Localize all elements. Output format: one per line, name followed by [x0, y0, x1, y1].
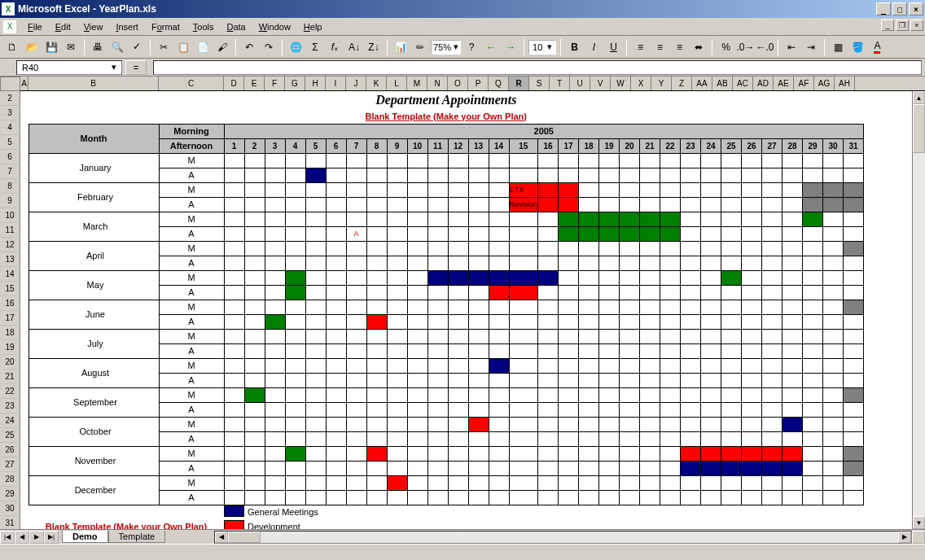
cell-may_m-22[interactable] — [660, 270, 681, 285]
cell-oct_a-4[interactable] — [285, 431, 305, 446]
cell-apr_m-22[interactable] — [660, 241, 681, 256]
cell-jan_m-23[interactable] — [681, 153, 701, 168]
cell-jan_m-2[interactable] — [244, 153, 265, 168]
cell-oct_m-8[interactable] — [366, 417, 387, 431]
cell-may_a-10[interactable] — [407, 285, 427, 300]
cell-aug_m-14[interactable] — [489, 358, 509, 373]
cell-jun_m-20[interactable] — [620, 300, 640, 314]
cell-jul_a-8[interactable] — [366, 343, 387, 358]
cell-feb_a-17[interactable] — [559, 197, 579, 212]
cell-sep_a-24[interactable] — [701, 402, 721, 417]
cell-jan_m-28[interactable] — [783, 153, 803, 168]
cell-aug_m-2[interactable] — [244, 358, 265, 373]
cell-mar_m-11[interactable] — [427, 212, 448, 226]
format-painter-icon[interactable]: 🖌 — [213, 38, 231, 56]
row-header-4[interactable]: 4 — [0, 120, 20, 135]
cell-nov_m-20[interactable] — [620, 446, 640, 461]
row-header-8[interactable]: 8 — [0, 179, 20, 194]
cell-apr_m-7[interactable] — [346, 241, 366, 256]
cell-dec_a-31[interactable] — [844, 490, 864, 505]
cell-jul_a-2[interactable] — [244, 343, 265, 358]
cell-nov_m-5[interactable] — [305, 446, 326, 461]
cell-feb_a-23[interactable] — [681, 197, 701, 212]
cell-may_m-8[interactable] — [366, 270, 387, 285]
cell-oct_m-2[interactable] — [244, 417, 265, 431]
cell-apr_m-28[interactable] — [783, 241, 803, 256]
cell-may_m-10[interactable] — [407, 270, 427, 285]
cell-jan_a-29[interactable] — [803, 168, 823, 182]
cell-jun_a-28[interactable] — [783, 314, 803, 329]
cell-jan_m-20[interactable] — [620, 153, 640, 168]
cell-dec_m-27[interactable] — [762, 475, 783, 490]
cell-jul_m-9[interactable] — [387, 329, 407, 343]
cell-dec_a-14[interactable] — [489, 490, 509, 505]
col-header-AD[interactable]: AD — [753, 77, 774, 90]
cell-may_a-5[interactable] — [305, 285, 326, 300]
cell-feb_m-16[interactable] — [538, 182, 559, 197]
blank-template-link[interactable]: Blank Template (Make your Own Plan) — [28, 109, 864, 124]
cell-aug_m-8[interactable] — [366, 358, 387, 373]
cell-may_a-11[interactable] — [427, 285, 448, 300]
cell-jun_a-24[interactable] — [701, 314, 721, 329]
cell-aug_m-22[interactable] — [660, 358, 681, 373]
cell-feb_m-20[interactable] — [620, 182, 640, 197]
cell-aug_a-27[interactable] — [762, 373, 783, 387]
cell-feb_a-28[interactable] — [783, 197, 803, 212]
cell-may_m-17[interactable] — [559, 270, 579, 285]
cell-jul_m-11[interactable] — [427, 329, 448, 343]
cell-nov_m-13[interactable] — [468, 446, 489, 461]
cell-sep_m-4[interactable] — [285, 387, 305, 402]
cell-jun_a-31[interactable] — [844, 314, 864, 329]
formula-bar[interactable] — [153, 60, 922, 75]
cell-apr_m-21[interactable] — [640, 241, 660, 256]
cell-oct_m-16[interactable] — [538, 417, 559, 431]
cell-aug_m-25[interactable] — [721, 358, 742, 373]
cell-may_m-12[interactable] — [448, 270, 468, 285]
cell-jun_a-14[interactable] — [489, 314, 509, 329]
cell-jan_a-28[interactable] — [783, 168, 803, 182]
menu-insert[interactable]: Insert — [109, 20, 145, 33]
cell-jul_a-16[interactable] — [538, 343, 559, 358]
autosum-icon[interactable]: Σ — [306, 38, 324, 56]
cell-jan_a-14[interactable] — [489, 168, 509, 182]
cell-apr_a-8[interactable] — [366, 256, 387, 270]
col-header-N[interactable]: N — [427, 77, 448, 90]
cell-mar_m-24[interactable] — [701, 212, 721, 226]
col-header-Y[interactable]: Y — [651, 77, 672, 90]
cell-sep_a-28[interactable] — [783, 402, 803, 417]
cell-sep_m-2[interactable] — [244, 387, 265, 402]
cell-jan_a-20[interactable] — [620, 168, 640, 182]
cell-jun_m-14[interactable] — [489, 300, 509, 314]
cell-apr_m-26[interactable] — [742, 241, 762, 256]
cell-may_m-15[interactable] — [509, 270, 538, 285]
cell-jan_m-26[interactable] — [742, 153, 762, 168]
row-header-30[interactable]: 30 — [0, 501, 20, 516]
cell-jan_m-22[interactable] — [660, 153, 681, 168]
cell-aug_m-17[interactable] — [559, 358, 579, 373]
cell-jul_m-29[interactable] — [803, 329, 823, 343]
cell-apr_a-18[interactable] — [579, 256, 599, 270]
cell-jul_a-12[interactable] — [448, 343, 468, 358]
cell-jul_a-31[interactable] — [844, 343, 864, 358]
cell-jun_a-9[interactable] — [387, 314, 407, 329]
cell-jul_m-18[interactable] — [579, 329, 599, 343]
cell-nov_m-10[interactable] — [407, 446, 427, 461]
cell-jun_a-15[interactable] — [509, 314, 538, 329]
cell-aug_m-24[interactable] — [701, 358, 721, 373]
cell-apr_m-23[interactable] — [681, 241, 701, 256]
cell-oct_a-16[interactable] — [538, 431, 559, 446]
cell-feb_m-29[interactable] — [803, 182, 823, 197]
cell-may_a-3[interactable] — [265, 285, 285, 300]
hscroll-right-button[interactable]: ▶ — [898, 532, 911, 543]
cell-sep_m-15[interactable] — [509, 387, 538, 402]
cell-jul_a-5[interactable] — [305, 343, 326, 358]
cell-oct_m-1[interactable] — [224, 417, 244, 431]
cell-jul_a-27[interactable] — [762, 343, 783, 358]
col-header-AE[interactable]: AE — [774, 77, 794, 90]
cell-dec_a-15[interactable] — [509, 490, 538, 505]
cell-jun_a-11[interactable] — [427, 314, 448, 329]
cell-jan_m-11[interactable] — [427, 153, 448, 168]
cell-apr_m-9[interactable] — [387, 241, 407, 256]
mdi-restore-button[interactable]: ❐ — [896, 20, 909, 31]
cell-dec_a-7[interactable] — [346, 490, 366, 505]
